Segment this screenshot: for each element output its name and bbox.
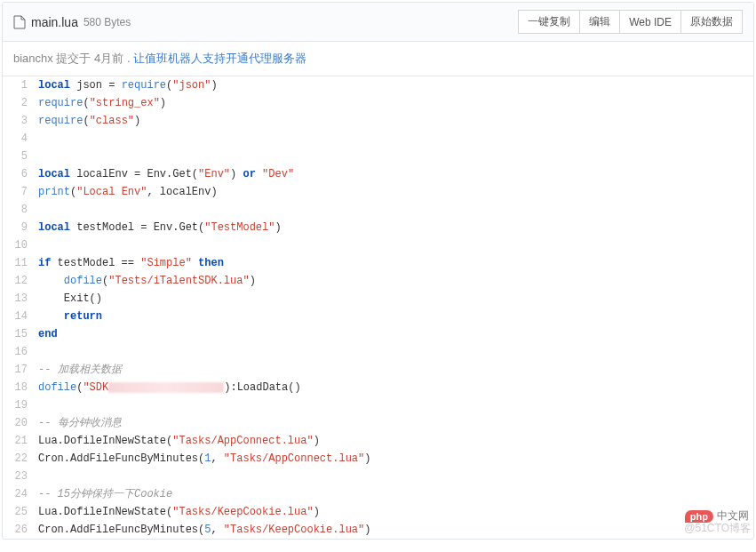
- webide-button[interactable]: Web IDE: [620, 10, 681, 34]
- line-number: 23: [3, 468, 38, 485]
- line-number: 1: [3, 76, 38, 94]
- code-content: require("string_ex"): [38, 94, 166, 112]
- code-content: Lua.DofileInNewState("Tasks/AppConnect.l…: [38, 432, 320, 450]
- line-number: 4: [3, 130, 38, 148]
- code-content: -- 每分钟收消息: [38, 414, 122, 432]
- code-line: 2require("string_ex"): [3, 94, 753, 112]
- code-content: dofile("SDK):LoadData(): [38, 379, 301, 396]
- code-line: 14 return: [3, 308, 753, 325]
- code-line: 16: [3, 343, 753, 361]
- code-line: 26Cron.AddFileFuncByMinutes(5, "Tasks/Ke…: [3, 521, 753, 539]
- code-content: local json = require("json"): [38, 76, 218, 94]
- code-line: 8: [3, 201, 753, 219]
- line-number: 14: [3, 308, 38, 325]
- line-number: 11: [3, 254, 38, 272]
- code-line: 4: [3, 130, 753, 148]
- code-line: 20-- 每分钟收消息: [3, 414, 753, 432]
- line-number: 6: [3, 165, 38, 183]
- code-line: 21Lua.DofileInNewState("Tasks/AppConnect…: [3, 432, 753, 450]
- line-number: 25: [3, 503, 38, 521]
- code-line: 25Lua.DofileInNewState("Tasks/KeepCookie…: [3, 503, 753, 521]
- code-content: if testModel == "Simple" then: [38, 254, 224, 272]
- line-number: 16: [3, 343, 38, 361]
- code-line: 1local json = require("json"): [3, 76, 753, 94]
- code-content: Cron.AddFileFuncByMinutes(1, "Tasks/AppC…: [38, 450, 370, 468]
- code-content: print("Local Env", localEnv): [38, 183, 218, 201]
- code-content: require("class"): [38, 112, 140, 130]
- line-number: 2: [3, 94, 38, 112]
- file-name: main.lua: [31, 15, 78, 29]
- code-content: local localEnv = Env.Get("Env") or "Dev": [38, 165, 294, 183]
- toolbar: 一键复制 编辑 Web IDE 原始数据: [518, 10, 743, 34]
- code-line: 10: [3, 236, 753, 254]
- redacted-text: [108, 382, 224, 393]
- code-line: 19: [3, 396, 753, 414]
- file-header: main.lua 580 Bytes 一键复制 编辑 Web IDE 原始数据: [3, 3, 753, 42]
- code-content: return: [38, 308, 102, 325]
- copy-button[interactable]: 一键复制: [518, 10, 580, 34]
- code-line: 11if testModel == "Simple" then: [3, 254, 753, 272]
- code-line: 13 Exit(): [3, 290, 753, 308]
- code-line: 15end: [3, 325, 753, 343]
- edit-button[interactable]: 编辑: [580, 10, 620, 34]
- line-number: 17: [3, 361, 38, 379]
- line-number: 21: [3, 432, 38, 450]
- code-line: 18dofile("SDK):LoadData(): [3, 379, 753, 396]
- code-line: 9local testModel = Env.Get("TestModel"): [3, 219, 753, 236]
- raw-button[interactable]: 原始数据: [681, 10, 743, 34]
- code-content: -- 加载相关数据: [38, 361, 122, 379]
- line-number: 26: [3, 521, 38, 539]
- code-content: Cron.AddFileFuncByMinutes(5, "Tasks/Keep…: [38, 521, 370, 539]
- line-number: 20: [3, 414, 38, 432]
- code-content: local testModel = Env.Get("TestModel"): [38, 219, 282, 236]
- code-line: 24-- 15分钟保持一下Cookie: [3, 485, 753, 503]
- code-content: end: [38, 325, 58, 343]
- commit-author[interactable]: bianchx: [13, 52, 53, 65]
- file-container: main.lua 580 Bytes 一键复制 编辑 Web IDE 原始数据 …: [2, 2, 754, 540]
- line-number: 24: [3, 485, 38, 503]
- line-number: 15: [3, 325, 38, 343]
- code-line: 3require("class"): [3, 112, 753, 130]
- code-content: Exit(): [38, 290, 102, 308]
- code-line: 5: [3, 148, 753, 165]
- line-number: 5: [3, 148, 38, 165]
- code-content: Lua.DofileInNewState("Tasks/KeepCookie.l…: [38, 503, 320, 521]
- code-line: 17-- 加载相关数据: [3, 361, 753, 379]
- line-number: 18: [3, 379, 38, 396]
- commit-info: bianchx 提交于 4月前 . 让值班机器人支持开通代理服务器: [3, 42, 753, 76]
- line-number: 7: [3, 183, 38, 201]
- code-line: 23: [3, 468, 753, 485]
- line-number: 3: [3, 112, 38, 130]
- code-line: 6local localEnv = Env.Get("Env") or "Dev…: [3, 165, 753, 183]
- line-number: 10: [3, 236, 38, 254]
- code-block: 1local json = require("json")2require("s…: [3, 76, 753, 539]
- code-content: dofile("Tests/iTalentSDK.lua"): [38, 272, 256, 290]
- line-number: 19: [3, 396, 38, 414]
- watermark-51cto: @51CTO博客: [684, 521, 751, 536]
- line-number: 9: [3, 219, 38, 236]
- line-number: 22: [3, 450, 38, 468]
- code-line: 7print("Local Env", localEnv): [3, 183, 753, 201]
- commit-meta: 提交于 4月前 .: [56, 52, 130, 65]
- code-line: 12 dofile("Tests/iTalentSDK.lua"): [3, 272, 753, 290]
- line-number: 13: [3, 290, 38, 308]
- line-number: 8: [3, 201, 38, 219]
- file-info: main.lua 580 Bytes: [13, 15, 131, 29]
- code-content: -- 15分钟保持一下Cookie: [38, 485, 172, 503]
- line-number: 12: [3, 272, 38, 290]
- file-icon: [13, 15, 26, 29]
- commit-message[interactable]: 让值班机器人支持开通代理服务器: [133, 52, 306, 65]
- file-size: 580 Bytes: [84, 16, 131, 28]
- code-line: 22Cron.AddFileFuncByMinutes(1, "Tasks/Ap…: [3, 450, 753, 468]
